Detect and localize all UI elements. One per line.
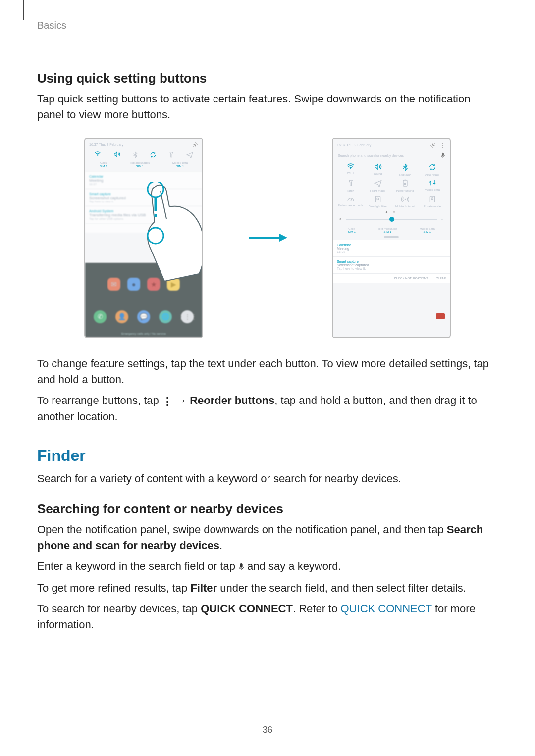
qs-tile-bfilter: Blue light filter [364,195,391,208]
qs-tile-label: Bluetooth [391,173,419,176]
hotspot-icon [391,195,419,204]
brightness-icon: ☀ [339,217,342,221]
para-open-panel: Open the notification panel, swipe downw… [37,522,498,554]
qs-tile-plane: Flight mode [364,179,391,192]
sound-icon [364,163,391,171]
brightness-slider: ☀ ⌄ [333,215,450,225]
rotate-icon [419,163,446,172]
svg-point-18 [404,198,406,200]
para-finder-intro: Search for a variety of content with a k… [37,471,498,487]
arrow-right-icon [248,232,287,244]
psave-icon [391,179,419,188]
bluetooth-icon [133,151,138,159]
qs-tile-wifi: Wi-Fi [337,163,364,176]
clear-label: CLEAR [436,277,446,280]
qs-tile-bt: Bluetooth [391,163,419,176]
heading-searching: Searching for content or nearby devices [37,502,498,517]
qs-tile-perf: Performance mode [337,195,364,208]
qs-tile-hotspot: Mobile hotspot [391,195,419,208]
heading-finder: Finder [37,447,498,465]
bfilter-icon [364,195,391,204]
qs-tile-torch: Torch [337,179,364,192]
hand-swipe-icon [135,182,203,281]
breadcrumb: Basics [37,20,498,31]
screenshot-notification-panel: 16:37 Thu, 2 February [84,138,203,338]
gear-icon [430,142,436,148]
wifi-icon [94,151,101,159]
para-change-settings: To change feature settings, tap the text… [37,356,498,388]
qs-tile-label: Blue light filter [364,205,391,208]
plane-icon [364,179,391,188]
para-filter: To get more refined results, tap Filter … [37,580,498,596]
svg-marker-8 [279,234,287,242]
thumbnail-icon [436,313,445,319]
mic-icon [238,559,244,575]
qs-tile-label: Private mode [419,205,446,208]
mic-icon [441,152,445,159]
qs-tile-label: Performance mode [337,204,364,207]
pmode-icon [419,195,446,204]
para-quick-connect: To search for nearby devices, tap QUICK … [37,601,498,633]
quick-connect-link[interactable]: QUICK CONNECT [341,603,432,615]
rotate-icon [150,151,157,159]
airplane-icon [186,151,193,159]
qs-tile-label: Power saving [391,189,419,192]
qs-tile-label: Wi-Fi [337,171,364,174]
svg-rect-14 [404,183,406,185]
status-time: 16:37 Thu, 2 February [89,143,123,146]
torch-icon [337,179,364,188]
svg-point-1 [97,155,98,156]
chevron-down-icon: ⌄ [441,217,444,221]
svg-rect-20 [431,198,433,200]
svg-point-9 [432,144,434,146]
heading-quick-settings: Using quick setting buttons [37,71,498,86]
svg-rect-13 [404,179,406,180]
qs-tile-label: Auto rotate [419,173,446,176]
svg-rect-16 [375,196,380,202]
qs-tile-label: Mobile data [419,188,446,191]
page-number: 36 [0,725,535,735]
svg-point-0 [195,144,196,145]
qs-tile-label: Torch [337,189,364,192]
qs-tile-rotate: Auto rotate [419,163,446,176]
qs-tile-sound: Sound [364,163,391,176]
svg-line-15 [351,198,352,201]
svg-rect-10 [442,152,444,156]
qs-tile-label: Sound [364,172,391,175]
block-notifications-label: BLOCK NOTIFICATIONS [394,277,428,280]
figure-quick-settings: 16:37 Thu, 2 February [37,138,498,338]
search-placeholder: Search phone and scan for nearby devices [338,154,404,157]
status-time: 16:37 Thu, 2 February [337,143,371,147]
torch-icon [169,151,174,159]
qs-tile-pmode: Private mode [419,195,446,208]
bt-icon [391,163,419,172]
para-keyword: Enter a keyword in the search field or t… [37,558,498,575]
perf-icon [337,195,364,203]
gear-icon [192,142,198,148]
svg-rect-21 [240,563,242,568]
qs-tile-mdata: Mobile data [419,179,446,192]
mdata-icon [419,179,446,187]
qs-tile-label: Mobile hotspot [391,205,419,208]
more-icon: ⋮ [162,394,173,409]
svg-point-11 [350,168,351,169]
para-qs-intro: Tap quick setting buttons to activate ce… [37,91,498,123]
qs-tile-psave: Power saving [391,179,419,192]
more-icon: ⋮ [440,142,446,149]
qs-tile-label: Flight mode [364,189,391,192]
wifi-icon [337,163,364,170]
svg-point-17 [377,198,379,200]
page-indicator: ● ○ [333,209,450,215]
screenshot-quick-settings-expanded: 16:37 Thu, 2 February ⋮ Search phone and… [332,138,451,338]
sound-icon [113,151,120,159]
para-rearrange: To rearrange buttons, tap ⋮ → Reorder bu… [37,393,498,425]
